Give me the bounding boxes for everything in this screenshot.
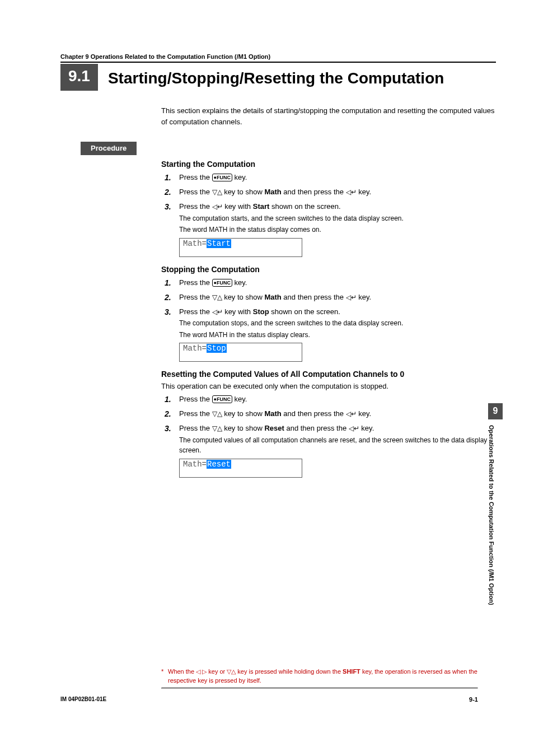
display-prefix: Math= bbox=[183, 239, 207, 248]
func-key-icon: ●FUNC bbox=[212, 174, 232, 181]
list-item: 3. Press the ◁↵ key with Start shown on … bbox=[161, 201, 496, 235]
footer-doc-id: IM 04P02B01-01E bbox=[60, 696, 106, 703]
page-footer: IM 04P02B01-01E 9-1 bbox=[60, 696, 478, 703]
starting-steps: 1. Press the ●FUNC key. 2. Press the ▽△ … bbox=[161, 172, 496, 235]
procedure-row: Procedure bbox=[60, 142, 496, 155]
step-number: 3. bbox=[161, 306, 179, 340]
footnote-text: key or bbox=[207, 668, 227, 675]
down-up-key-icon: ▽△ bbox=[212, 188, 222, 196]
step-note: The computation stops, and the screen sw… bbox=[179, 318, 496, 329]
stopping-heading: Stopping the Computation bbox=[161, 265, 496, 274]
step-text: key. bbox=[357, 188, 372, 196]
chapter-header: Chapter 9 Operations Related to the Comp… bbox=[60, 53, 496, 63]
display-box-reset: Math=Reset bbox=[179, 459, 302, 478]
step-number: 3. bbox=[161, 423, 179, 456]
step-number: 3. bbox=[161, 201, 179, 235]
footnote-asterisk: * bbox=[161, 668, 168, 685]
step-text: Press the bbox=[179, 188, 212, 196]
section-number: 9.1 bbox=[60, 64, 98, 91]
step-text: key. bbox=[357, 293, 372, 301]
step-number: 2. bbox=[161, 408, 179, 420]
stopping-steps: 1. Press the ●FUNC key. 2. Press the ▽△ … bbox=[161, 277, 496, 340]
step-number: 1. bbox=[161, 277, 179, 289]
footnote-bold: SHIFT bbox=[343, 668, 360, 675]
footer-page-number: 9-1 bbox=[469, 696, 478, 703]
intro-paragraph: This section explains the details of sta… bbox=[161, 105, 496, 127]
display-prefix: Math= bbox=[183, 344, 207, 353]
step-text: key with bbox=[223, 202, 253, 211]
down-up-key-icon: ▽△ bbox=[227, 668, 236, 675]
step-text: Press the bbox=[179, 173, 212, 181]
step-text: key with bbox=[223, 307, 253, 316]
step-number: 2. bbox=[161, 292, 179, 304]
display-box-stop: Math=Stop bbox=[179, 343, 302, 362]
step-bold: Start bbox=[253, 202, 270, 211]
list-item: 1. Press the ●FUNC key. bbox=[161, 277, 496, 289]
step-text: and then press the bbox=[282, 293, 346, 301]
step-text: key to show bbox=[222, 424, 265, 432]
step-text: key. bbox=[232, 173, 247, 181]
footnote-text: key is pressed while holding down the bbox=[236, 668, 343, 675]
enter-key-icon: ◁↵ bbox=[212, 203, 223, 211]
list-item: 2. Press the ▽△ key to show Math and the… bbox=[161, 186, 496, 198]
step-text: and then press the bbox=[282, 188, 346, 196]
step-bold: Math bbox=[264, 409, 281, 418]
section-title-row: 9.1 Starting/Stopping/Resetting the Comp… bbox=[60, 64, 496, 91]
display-value: Stop bbox=[207, 344, 227, 353]
list-item: 3. Press the ▽△ key to show Reset and th… bbox=[161, 423, 496, 456]
step-text: Press the bbox=[179, 409, 212, 418]
footnote: * When the ◁ ▷ key or ▽△ key is pressed … bbox=[161, 668, 478, 688]
step-number: 1. bbox=[161, 394, 179, 405]
step-text: and then press the bbox=[284, 424, 349, 432]
list-item: 2. Press the ▽△ key to show Math and the… bbox=[161, 408, 496, 420]
down-up-key-icon: ▽△ bbox=[212, 424, 222, 432]
step-bold: Math bbox=[264, 293, 281, 301]
step-text: shown on the screen. bbox=[269, 202, 340, 211]
step-text: Press the bbox=[179, 307, 212, 316]
enter-key-icon: ◁↵ bbox=[346, 410, 357, 418]
enter-key-icon: ◁↵ bbox=[349, 424, 359, 432]
step-text: shown on the screen. bbox=[269, 307, 340, 316]
list-item: 3. Press the ◁↵ key with Stop shown on t… bbox=[161, 306, 496, 340]
footnote-rule bbox=[161, 688, 478, 689]
step-text: key. bbox=[232, 278, 247, 287]
step-text: Press the bbox=[179, 278, 212, 287]
step-text: key. bbox=[357, 409, 372, 418]
enter-key-icon: ◁↵ bbox=[346, 188, 357, 196]
resetting-heading: Resetting the Computed Values of All Com… bbox=[161, 370, 496, 379]
func-key-icon: ●FUNC bbox=[212, 395, 232, 403]
list-item: 1. Press the ●FUNC key. bbox=[161, 394, 496, 405]
starting-heading: Starting the Computation bbox=[161, 160, 496, 169]
step-text: key to show bbox=[222, 409, 265, 418]
step-bold: Math bbox=[264, 188, 281, 196]
side-tab-number: 9 bbox=[488, 403, 503, 419]
display-box-start: Math=Start bbox=[179, 238, 302, 257]
step-text: key. bbox=[359, 424, 374, 432]
display-prefix: Math= bbox=[183, 460, 207, 469]
step-text: Press the bbox=[179, 424, 212, 432]
enter-key-icon: ◁↵ bbox=[346, 293, 357, 301]
step-text: Press the bbox=[179, 293, 212, 301]
down-up-key-icon: ▽△ bbox=[212, 293, 222, 301]
resetting-note: This operation can be executed only when… bbox=[161, 382, 496, 390]
func-key-icon: ●FUNC bbox=[212, 279, 232, 287]
step-text: and then press the bbox=[282, 409, 346, 418]
step-bold: Stop bbox=[253, 307, 269, 316]
step-number: 2. bbox=[161, 186, 179, 198]
footnote-text: When the bbox=[168, 668, 196, 675]
list-item: 1. Press the ●FUNC key. bbox=[161, 172, 496, 184]
step-bold: Reset bbox=[264, 424, 284, 432]
down-up-key-icon: ▽△ bbox=[212, 410, 222, 418]
step-text: Press the bbox=[179, 202, 212, 211]
step-note: The word MATH in the status display clea… bbox=[179, 330, 496, 340]
side-tab-text: Operations Related to the Computation Fu… bbox=[488, 419, 498, 655]
step-number: 1. bbox=[161, 172, 179, 184]
step-text: Press the bbox=[179, 395, 212, 403]
display-value: Start bbox=[207, 239, 231, 248]
resetting-steps: 1. Press the ●FUNC key. 2. Press the ▽△ … bbox=[161, 394, 496, 456]
step-note: The computed values of all computation c… bbox=[179, 435, 496, 456]
procedure-label: Procedure bbox=[81, 142, 137, 155]
enter-key-icon: ◁↵ bbox=[212, 308, 223, 316]
list-item: 2. Press the ▽△ key to show Math and the… bbox=[161, 292, 496, 304]
step-text: key to show bbox=[222, 188, 265, 196]
